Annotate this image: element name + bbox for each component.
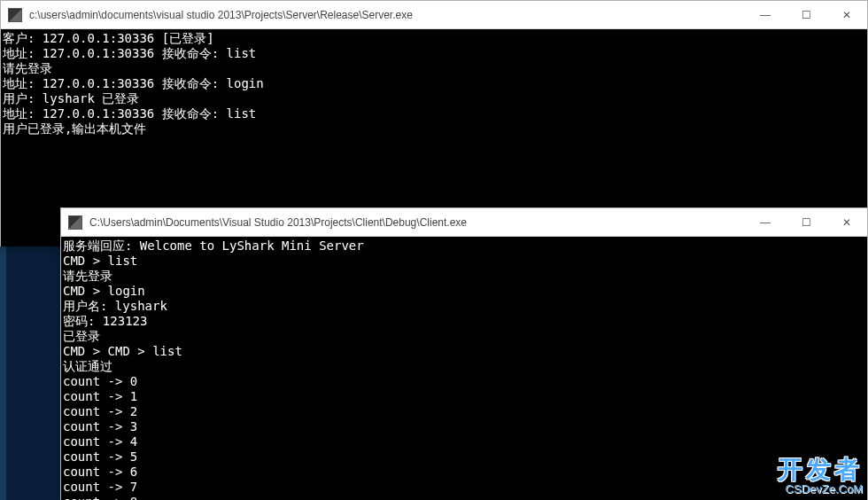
console-line: CMD > list bbox=[63, 254, 865, 269]
close-button[interactable]: ✕ bbox=[826, 208, 867, 237]
console-line: 地址: 127.0.0.1:30336 接收命令: list bbox=[3, 46, 865, 61]
minimize-button[interactable]: — bbox=[745, 208, 786, 237]
client-title-text: C:\Users\admin\Documents\Visual Studio 2… bbox=[89, 216, 745, 229]
console-line: 地址: 127.0.0.1:30336 接收命令: login bbox=[3, 76, 865, 91]
console-line: 请先登录 bbox=[3, 61, 865, 76]
server-window-controls: — ☐ ✕ bbox=[745, 1, 867, 28]
console-line: count -> 7 bbox=[63, 480, 865, 495]
console-line: 请先登录 bbox=[63, 269, 865, 284]
console-line: count -> 1 bbox=[63, 389, 865, 404]
console-line: 地址: 127.0.0.1:30336 接收命令: list bbox=[3, 106, 865, 121]
console-line: 已登录 bbox=[63, 329, 865, 344]
console-line: count -> 5 bbox=[63, 449, 865, 465]
console-line: count -> 3 bbox=[63, 419, 865, 434]
client-console-window: C:\Users\admin\Documents\Visual Studio 2… bbox=[60, 207, 868, 500]
console-line: CMD > login bbox=[63, 284, 865, 299]
minimize-button[interactable]: — bbox=[745, 1, 786, 29]
client-title-bar[interactable]: C:\Users\admin\Documents\Visual Studio 2… bbox=[61, 208, 867, 237]
close-button[interactable]: ✕ bbox=[826, 1, 867, 29]
console-line: 用户: lyshark 已登录 bbox=[3, 91, 865, 106]
console-line: 密码: 123123 bbox=[63, 314, 865, 329]
app-icon bbox=[68, 215, 82, 230]
console-line: 用户已登录,输出本机文件 bbox=[3, 121, 865, 137]
console-line: count -> 0 bbox=[63, 374, 865, 389]
app-icon bbox=[8, 8, 22, 22]
console-line: count -> 4 bbox=[63, 434, 865, 449]
console-line: 认证通过 bbox=[63, 359, 865, 374]
maximize-button[interactable]: ☐ bbox=[786, 208, 826, 237]
client-window-controls: — ☐ ✕ bbox=[745, 208, 867, 236]
console-line: 客户: 127.0.0.1:30336 [已登录] bbox=[3, 31, 865, 46]
console-line: 用户名: lyshark bbox=[63, 299, 865, 314]
console-line: 服务端回应: Welcome to LyShark Mini Server bbox=[63, 238, 865, 254]
maximize-button[interactable]: ☐ bbox=[786, 1, 826, 29]
server-title-text: c:\users\admin\documents\visual studio 2… bbox=[29, 9, 745, 21]
console-line: CMD > CMD > list bbox=[63, 344, 865, 359]
console-line: count -> 8 bbox=[63, 495, 865, 500]
console-line: count -> 2 bbox=[63, 404, 865, 419]
background-strip bbox=[6, 246, 60, 500]
client-console-output: 服务端回应: Welcome to LyShark Mini ServerCMD… bbox=[61, 237, 867, 500]
server-title-bar[interactable]: c:\users\admin\documents\visual studio 2… bbox=[1, 1, 867, 29]
console-line: count -> 6 bbox=[63, 465, 865, 480]
